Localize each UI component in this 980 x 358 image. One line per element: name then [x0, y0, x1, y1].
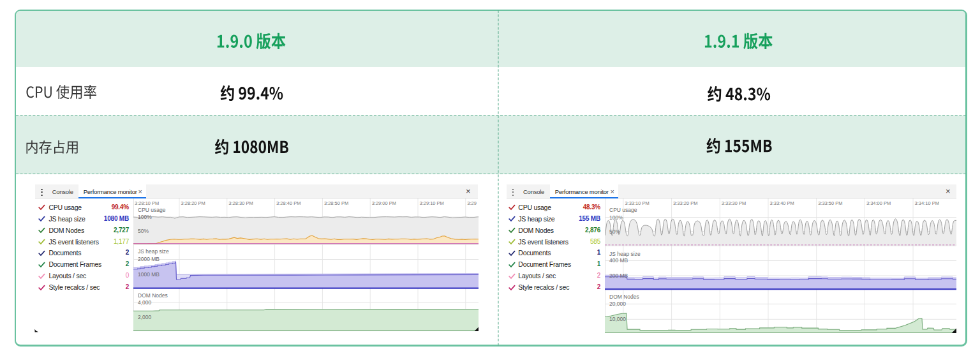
svg-text:100%: 100%	[138, 214, 152, 220]
svg-text:10,000: 10,000	[609, 316, 626, 322]
svg-text:3:28:10 PM: 3:28:10 PM	[135, 200, 159, 206]
svg-text:3:34:00 PM: 3:34:00 PM	[866, 200, 891, 206]
svg-text:3:28:20 PM: 3:28:20 PM	[181, 200, 205, 206]
svg-text:3:28:40 PM: 3:28:40 PM	[276, 200, 301, 206]
svg-text:200 MB: 200 MB	[609, 272, 628, 279]
svg-text:2000 MB: 2000 MB	[138, 256, 160, 262]
svg-text:3:33:40 PM: 3:33:40 PM	[770, 200, 794, 206]
svg-text:CPU usage: CPU usage	[138, 207, 166, 213]
svg-text:3:33:20 PM: 3:33:20 PM	[673, 200, 697, 206]
svg-text:400 MB: 400 MB	[609, 257, 628, 264]
svg-text:3:33:10 PM: 3:33:10 PM	[625, 200, 649, 206]
svg-text:CPU usage: CPU usage	[609, 207, 637, 213]
svg-text:4,000: 4,000	[138, 299, 152, 306]
svg-text:3:29: 3:29	[467, 200, 477, 206]
svg-text:DOM Nodes: DOM Nodes	[138, 292, 168, 299]
svg-text:50%: 50%	[609, 228, 620, 235]
svg-text:3:29:10 PM: 3:29:10 PM	[420, 200, 444, 206]
svg-text:3:28:30 PM: 3:28:30 PM	[228, 200, 253, 206]
svg-text:50%: 50%	[138, 228, 149, 234]
svg-text:2,000: 2,000	[138, 314, 152, 320]
svg-text:3:29:00 PM: 3:29:00 PM	[372, 200, 396, 206]
svg-text:3:33:30 PM: 3:33:30 PM	[722, 200, 746, 206]
svg-text:20,000: 20,000	[609, 301, 626, 307]
svg-text:100%: 100%	[609, 214, 623, 221]
svg-text:3:28:50 PM: 3:28:50 PM	[324, 200, 348, 206]
svg-text:DOM Nodes: DOM Nodes	[609, 294, 639, 300]
svg-text:1000 MB: 1000 MB	[138, 271, 160, 278]
svg-text:JS heap size: JS heap size	[609, 251, 641, 257]
svg-text:3:34:10 PM: 3:34:10 PM	[915, 200, 939, 206]
svg-text:JS heap size: JS heap size	[138, 248, 169, 255]
svg-text:3:33:50 PM: 3:33:50 PM	[818, 200, 842, 206]
